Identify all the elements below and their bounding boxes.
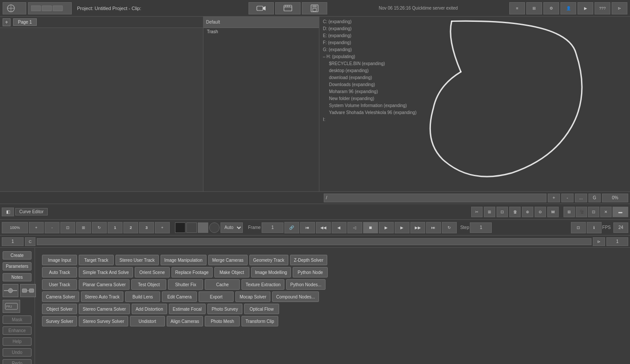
list-item[interactable]: Trash — [205, 29, 317, 35]
add-tab-button[interactable]: + — [3, 18, 10, 26]
redo-button[interactable]: Redo — [3, 359, 32, 364]
go-start-button[interactable]: ⏮ — [300, 222, 315, 233]
object-solver-button[interactable]: Object Solver — [42, 304, 77, 314]
info-button[interactable]: ℹ — [587, 222, 602, 233]
replace-footage-button[interactable]: Replace Footage — [172, 267, 213, 277]
timeline-button[interactable]: ▬ — [612, 207, 628, 217]
mocap-solver-button[interactable]: Mocap Solver — [235, 291, 270, 302]
mask-button[interactable]: Mask — [3, 315, 32, 324]
camera-button[interactable] — [248, 2, 274, 14]
file-tree-item[interactable]: D: (expanding) — [323, 25, 626, 32]
step-fwd-button[interactable]: ▶ — [395, 222, 410, 233]
stop-button[interactable]: ⏹ — [363, 222, 378, 233]
stereo-auto-track-button[interactable]: Stereo Auto Track — [81, 291, 124, 302]
photo-mesh-button[interactable]: Photo Mesh — [205, 316, 240, 326]
add-camera-button[interactable]: 🎥 — [576, 207, 587, 217]
zoom-in-timeline[interactable]: + — [29, 222, 44, 233]
minus-path-button[interactable]: - — [561, 194, 574, 202]
compound-nodes-more-button[interactable]: Compound Nodes... — [272, 291, 319, 302]
add-clip-button[interactable]: ⊞ — [564, 207, 575, 217]
file-tree-item[interactable]: System Volume Information (expanding) — [323, 102, 626, 109]
create-button[interactable]: Create — [3, 251, 32, 260]
copy-button[interactable]: ⊞ — [484, 207, 495, 217]
target-track-button[interactable]: Target Track — [79, 255, 114, 265]
clapboard-button[interactable] — [275, 2, 301, 14]
zoom-in-button[interactable]: ⊕ — [522, 207, 533, 217]
edit-camera-button[interactable]: Edit Camera — [162, 291, 197, 302]
panel-toggle-button[interactable]: ◧ — [2, 208, 14, 216]
make-object-button[interactable]: Make Object — [214, 267, 249, 277]
next-frame-button[interactable]: ▶▶ — [410, 222, 425, 233]
frame-input[interactable]: 1 — [262, 222, 284, 233]
play-back-button[interactable]: ◁ — [347, 222, 362, 233]
stereo-survey-solver-button[interactable]: Stereo Survey Solver — [79, 316, 128, 326]
file-tree-item[interactable]: Yadvare Shohada Veleshkola 96 (expanding… — [323, 109, 626, 116]
orient-scene-button[interactable]: Orient Scene — [135, 267, 170, 277]
zoom-out-button[interactable]: ⊖ — [535, 207, 546, 217]
user-track-button[interactable]: User Track — [42, 279, 77, 290]
loop-toggle[interactable]: ↻ — [442, 222, 457, 233]
file-tree-item[interactable]: C: (expanding) — [323, 18, 626, 25]
paste-button[interactable]: ⊡ — [497, 207, 508, 217]
photo-survey-button[interactable]: Photo Survey — [207, 304, 242, 314]
z-depth-solver-button[interactable]: Z-Depth Solver — [290, 255, 327, 265]
list-view-button[interactable]: ≡ — [509, 2, 525, 14]
file-tree-item[interactable]: New folder (expanding) — [323, 95, 626, 102]
prev-frame-button[interactable]: ◀◀ — [316, 222, 331, 233]
view-toggle[interactable]: ⊡ — [571, 222, 586, 233]
num-btn-plus[interactable]: + — [155, 222, 170, 233]
fit-timeline[interactable]: ⊡ — [60, 222, 75, 233]
add-distortion-button[interactable]: Add Distortion — [132, 304, 167, 314]
undo-button[interactable]: Undo — [3, 348, 32, 357]
python-nodes-more-button[interactable]: Python Nodes... — [286, 279, 325, 290]
python-node-button[interactable]: Python Node — [293, 267, 328, 277]
shutter-fix-button[interactable]: Shutter Fix — [168, 279, 203, 290]
stereo-camera-solver-button[interactable]: Stereo Camera Solver — [79, 304, 130, 314]
clip-remove-button[interactable]: ✕ — [600, 207, 612, 217]
file-tree-item[interactable]: Downloads (expanding) — [323, 81, 626, 88]
survey-solver-button[interactable]: Survey Solver — [42, 316, 77, 326]
auto-track-button[interactable]: Auto Track — [42, 267, 77, 277]
transform-clip-button[interactable]: Transform Clip — [242, 316, 278, 326]
go-end-button[interactable]: ⏭ — [426, 222, 441, 233]
zoom-out-timeline[interactable]: - — [45, 222, 60, 233]
frame-c-button[interactable]: C — [25, 237, 35, 246]
export-button[interactable]: Export — [199, 291, 234, 302]
play-record-button[interactable]: ▶ — [578, 2, 593, 14]
m-button[interactable]: M — [547, 207, 559, 217]
grid-view-button[interactable]: ⊞ — [526, 2, 542, 14]
undistort-button[interactable]: Undistort — [130, 316, 165, 326]
auto-select[interactable]: Auto — [220, 222, 243, 233]
play-button[interactable]: ▶ — [379, 222, 394, 233]
g-path-button[interactable]: G — [588, 194, 601, 202]
cache-button[interactable]: Cache — [205, 279, 240, 290]
file-tree-item[interactable]: desktop (expanding) — [323, 67, 626, 74]
file-tree-item[interactable]: E: (expanding) — [323, 32, 626, 39]
file-tree-item[interactable]: G: (expanding) — [323, 46, 626, 53]
add-path-button[interactable]: + — [548, 194, 560, 202]
notes-button[interactable]: Notes — [3, 273, 32, 281]
num-btn-3[interactable]: 3 — [139, 222, 154, 233]
image-manipulation-button[interactable]: Image Manipulation — [161, 255, 206, 265]
optical-flow-button[interactable]: Optical Flow — [244, 304, 279, 314]
merge-cameras-button[interactable]: Merge Cameras — [208, 255, 248, 265]
save-button[interactable] — [302, 2, 327, 14]
dots-path-button[interactable]: ... — [575, 194, 587, 202]
path-input[interactable] — [324, 194, 546, 202]
simple-track-and-solve-button[interactable]: Simple Track And Solve — [79, 267, 133, 277]
image-input-button[interactable]: Image Input — [42, 255, 77, 265]
texture-extraction-button[interactable]: Texture Extraction — [242, 279, 284, 290]
extra-button[interactable]: ⊳ — [612, 2, 627, 14]
parameters-button[interactable]: Parameters — [3, 262, 32, 270]
camera-solver-button[interactable]: Camera Solver — [42, 291, 79, 302]
file-tree-item[interactable]: download (expanding) — [323, 74, 626, 81]
help-tools-button[interactable]: Help — [3, 337, 32, 346]
step-back-button[interactable]: ◀ — [332, 222, 346, 233]
collapse-button[interactable]: ⊞ — [76, 222, 91, 233]
help-button[interactable]: ??? — [595, 2, 610, 14]
align-cameras-button[interactable]: Align Cameras — [167, 316, 203, 326]
file-tree-item[interactable]: $RECYCLE.BIN (expanding) — [323, 60, 626, 67]
num-btn-2[interactable]: 2 — [123, 222, 138, 233]
file-tree-item[interactable]: F: (expanding) — [323, 39, 626, 46]
link-button[interactable]: 🔗 — [284, 222, 299, 233]
